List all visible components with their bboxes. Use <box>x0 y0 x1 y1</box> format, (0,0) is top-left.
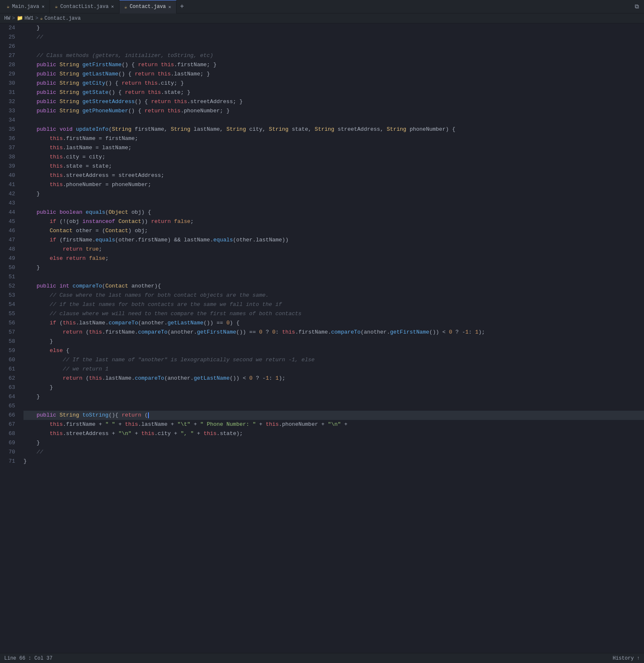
line-numbers: 2425262728293031323334353637383940414243… <box>0 23 20 653</box>
code-line-28: public String getFirstName() { return th… <box>23 60 644 70</box>
tab-label-main: Main.java <box>12 4 39 10</box>
breadcrumb-hw[interactable]: HW <box>4 16 10 21</box>
code-line-42: } <box>23 189 644 199</box>
window-controls: ⧉ <box>635 3 639 10</box>
status-history: History ↑ <box>613 655 640 661</box>
code-line-48: return true; <box>23 245 644 254</box>
breadcrumb-sep1: > <box>12 16 15 21</box>
file-icon-main: ☕ <box>7 4 10 9</box>
tab-right-controls: ⧉ <box>635 3 642 10</box>
breadcrumb-file-icon: ☕ <box>40 16 43 21</box>
breadcrumb-contact[interactable]: Contact.java <box>44 16 80 21</box>
close-tab-main[interactable]: ✕ <box>42 4 44 9</box>
code-line-46: Contact other = (Contact) obj; <box>23 226 644 236</box>
code-line-68: this.streetAddress + "\n" + this.city + … <box>23 429 644 438</box>
code-line-67: this.firstName + " " + this.lastName + "… <box>23 420 644 429</box>
tab-bar: ☕ Main.java ✕ ☕ ContactList.java ✕ ☕ Con… <box>0 0 644 13</box>
breadcrumb-hw1[interactable]: HW1 <box>25 16 34 21</box>
code-line-34 <box>23 116 644 125</box>
code-line-52: public int compareTo(Contact another){ <box>23 282 644 291</box>
code-line-63: } <box>23 383 644 392</box>
code-line-55: // clause where we will need to then com… <box>23 309 644 319</box>
code-line-24: } <box>23 23 644 33</box>
status-position: Line 66 : Col 37 <box>4 655 52 661</box>
code-line-33: public String getPhoneNumber() { return … <box>23 106 644 116</box>
file-icon-contactlist: ☕ <box>55 4 58 9</box>
text-cursor <box>148 412 149 418</box>
code-line-27: // Class methods (getters, initializer, … <box>23 51 644 60</box>
code-content[interactable]: } // // Class methods (getters, initiali… <box>20 23 644 653</box>
code-line-69: } <box>23 438 644 448</box>
code-line-43 <box>23 199 644 208</box>
code-line-50: } <box>23 263 644 272</box>
code-line-53: // Case where the last names for both co… <box>23 291 644 300</box>
tab-label-contact: Contact.java <box>130 4 166 10</box>
code-line-65 <box>23 401 644 411</box>
code-line-54: // if the last names for both contacts a… <box>23 300 644 309</box>
code-line-60: // If the last name of "another" is lexo… <box>23 355 644 365</box>
code-line-70: // <box>23 448 644 457</box>
code-line-45: if (!(obj instanceof Contact)) return fa… <box>23 217 644 226</box>
code-line-35: public void updateInfo(String firstName,… <box>23 125 644 134</box>
code-line-71: } <box>23 457 644 466</box>
code-line-49: else return false; <box>23 254 644 263</box>
tab-contact-java[interactable]: ☕ Contact.java ✕ <box>119 0 177 13</box>
tab-contactlist-java[interactable]: ☕ ContactList.java ✕ <box>50 0 119 13</box>
code-line-30: public String getCity() { return this.ci… <box>23 79 644 88</box>
code-line-47: if (firstName.equals(other.firstName) &&… <box>23 236 644 245</box>
code-line-41: this.phoneNumber = phoneNumber; <box>23 180 644 189</box>
breadcrumb-sep2: > <box>35 16 38 21</box>
code-line-36: this.firstName = firstName; <box>23 134 644 143</box>
code-line-44: public boolean equals(Object obj) { <box>23 208 644 217</box>
tab-label-contactlist: ContactList.java <box>60 4 109 10</box>
code-line-51 <box>23 272 644 282</box>
close-tab-contactlist[interactable]: ✕ <box>111 4 114 9</box>
code-line-26 <box>23 42 644 51</box>
code-line-62: return (this.lastName.compareTo(another.… <box>23 374 644 383</box>
code-line-31: public String getState() { return this.s… <box>23 88 644 97</box>
code-line-64: } <box>23 392 644 401</box>
code-line-66: public String toString(){ return ( <box>23 411 644 420</box>
code-line-38: this.city = city; <box>23 153 644 162</box>
new-tab-button[interactable]: + <box>177 0 187 13</box>
code-line-29: public String getLastName() { return thi… <box>23 70 644 79</box>
code-line-39: this.state = state; <box>23 162 644 171</box>
code-line-32: public String getStreetAddress() { retur… <box>23 97 644 106</box>
code-line-57: return (this.firstName.compareTo(another… <box>23 328 644 337</box>
status-bar: Line 66 : Col 37 History ↑ <box>0 653 644 663</box>
tab-main-java[interactable]: ☕ Main.java ✕ <box>2 0 50 13</box>
file-icon-contact: ☕ <box>125 4 127 10</box>
code-line-58: } <box>23 337 644 346</box>
breadcrumb: HW > 📁 HW1 > ☕ Contact.java <box>0 13 644 23</box>
code-line-59: else { <box>23 346 644 355</box>
editor-area: 2425262728293031323334353637383940414243… <box>0 23 644 653</box>
close-tab-contact[interactable]: ✕ <box>169 4 171 10</box>
code-line-56: if (this.lastName.compareTo(another.getL… <box>23 319 644 328</box>
code-line-61: // we return 1 <box>23 365 644 374</box>
breadcrumb-folder-icon: 📁 <box>17 15 23 21</box>
code-line-37: this.lastName = lastName; <box>23 143 644 153</box>
code-line-40: this.streetAddress = streetAddress; <box>23 171 644 180</box>
code-line-25: // <box>23 33 644 42</box>
